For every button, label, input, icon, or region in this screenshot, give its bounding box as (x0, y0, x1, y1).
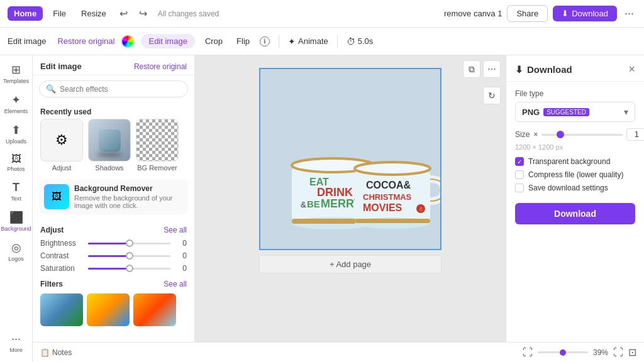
download-final-button[interactable]: Download (515, 203, 635, 224)
compress-row[interactable]: Compress file (lower quality) (515, 170, 635, 179)
brightness-label: Brightness (40, 239, 84, 248)
save-settings-row[interactable]: Save download settings (515, 184, 635, 192)
svg-text:COCOA&: COCOA& (366, 180, 411, 190)
filter-thumb-3[interactable] (133, 293, 176, 326)
color-picker[interactable] (121, 35, 135, 48)
contrast-row: Contrast 0 (33, 250, 194, 262)
notes-button[interactable]: 📋 Notes (40, 348, 72, 357)
animate-button[interactable]: ✦ Animate (288, 36, 328, 47)
zoom-track[interactable] (538, 351, 588, 353)
compress-checkbox[interactable] (515, 170, 524, 179)
save-settings-checkbox[interactable] (515, 184, 524, 192)
contrast-thumb[interactable] (126, 252, 133, 260)
shadows-thumb (88, 119, 131, 162)
sidebar-item-photos[interactable]: 🖼 Photos (3, 150, 30, 176)
checkmark-icon: ✓ (517, 158, 522, 165)
sidebar-item-text[interactable]: T Text (3, 177, 30, 206)
contrast-track[interactable] (88, 255, 170, 257)
edit-image-button[interactable]: Edit image (141, 34, 194, 48)
download-panel-header: ⬇ Download × (506, 55, 644, 82)
brightness-thumb[interactable] (126, 239, 133, 247)
more-icon: ··· (11, 332, 21, 346)
saturation-thumb[interactable] (126, 265, 133, 272)
photos-icon: 🖼 (11, 153, 21, 165)
effect-bg-remover[interactable]: BG Remover (136, 119, 179, 172)
transparent-bg-row[interactable]: ✓ Transparent background (515, 157, 635, 166)
effect-adjust[interactable]: ⚙ Adjust (40, 119, 83, 172)
undo-button[interactable]: ↩ (116, 6, 131, 21)
mug-svg: EAT DRINK & BE MERRY (260, 69, 441, 250)
see-all-filters[interactable]: See all (164, 280, 187, 288)
toolbar-separator (279, 35, 279, 48)
sidebar-item-templates[interactable]: ⊞ Templates (3, 59, 30, 88)
time-button[interactable]: ⏱ 5.0s (347, 36, 374, 47)
sidebar-item-logos[interactable]: ◎ Logos (3, 237, 30, 266)
notes-icon: 📋 (40, 348, 50, 357)
transparent-bg-checkbox[interactable]: ✓ (515, 157, 524, 166)
filter-thumb-2[interactable] (87, 293, 130, 326)
info-icon[interactable]: ℹ (260, 36, 270, 47)
uploads-icon: ⬆ (11, 123, 21, 137)
brightness-track[interactable] (88, 243, 170, 244)
saturation-track[interactable] (88, 268, 170, 270)
download-icon: ⬇ (562, 9, 569, 18)
bg-promo-emoji: 🖼 (52, 191, 62, 202)
suggested-badge: SUGGESTED (543, 108, 589, 116)
download-close-button[interactable]: × (628, 63, 635, 76)
crop-button[interactable]: Crop (201, 34, 226, 48)
redo-button[interactable]: ↪ (136, 6, 150, 21)
svg-text:&: & (301, 200, 306, 209)
file-type-chevron-icon[interactable]: ▾ (624, 107, 628, 117)
refresh-btn[interactable]: ↻ (483, 87, 501, 104)
bg-promo-icon: 🖼 (44, 184, 69, 209)
sidebar-item-background[interactable]: ⬛ Background (3, 207, 30, 236)
see-all-adjust[interactable]: See all (164, 226, 187, 234)
expand-button[interactable]: ⛶ (523, 347, 533, 358)
refresh-icon[interactable]: ↻ (483, 87, 501, 104)
resize-button[interactable]: Resize (76, 6, 111, 21)
notes-label: Notes (52, 348, 72, 357)
flip-button[interactable]: Flip (233, 34, 253, 48)
fullscreen-button[interactable]: ⛶ (613, 347, 623, 358)
home-button[interactable]: Home (8, 6, 43, 21)
sidebar-item-elements[interactable]: ✦ Elements (3, 89, 30, 118)
download-body: File type PNG SUGGESTED ▾ Size × ▲ ▼ (506, 82, 644, 232)
bg-promo[interactable]: 🖼 Background Remover Remove the backgrou… (39, 179, 188, 214)
restore-link[interactable]: Restore original (134, 62, 187, 71)
sidebar-item-more[interactable]: ··· More (3, 329, 30, 357)
filters-header: Filters See all (33, 275, 194, 291)
file-button[interactable]: File (48, 6, 71, 21)
saved-status: All changes saved (158, 9, 219, 18)
size-slider[interactable] (541, 134, 623, 136)
bg-thumb (136, 119, 179, 162)
topbar-right: remove canva 1 Share ⬇ Download ··· (444, 5, 636, 22)
share-button[interactable]: Share (507, 5, 548, 22)
file-type-name: PNG (522, 107, 540, 117)
more-canvas-btn[interactable]: ⋯ (483, 60, 501, 78)
adjust-label: Adjust (52, 164, 72, 172)
compress-label: Compress file (lower quality) (528, 170, 623, 179)
more-options-button[interactable]: ··· (622, 6, 636, 21)
search-input[interactable] (60, 85, 181, 94)
restore-original-link[interactable]: Restore original (57, 36, 114, 46)
saturation-value: 0 (174, 264, 187, 273)
effect-shadows[interactable]: Shadows (88, 119, 131, 172)
adjust-header: Adjust See all (33, 221, 194, 237)
sidebar-item-uploads[interactable]: ⬆ Uploads (3, 119, 30, 148)
file-type-row[interactable]: PNG SUGGESTED ▾ (515, 102, 635, 122)
add-page-button[interactable]: + Add page (259, 255, 441, 273)
background-icon: ⬛ (9, 211, 23, 224)
filter-thumb-1[interactable] (40, 293, 83, 326)
download-title-icon: ⬇ (515, 64, 523, 75)
background-label: Background (1, 226, 31, 232)
size-input[interactable] (626, 128, 644, 141)
copy-canvas-btn[interactable]: ⧉ (463, 60, 480, 78)
adjust-icon: ⚙ (55, 132, 68, 148)
fit-button[interactable]: ⊡ (628, 346, 636, 358)
size-dimensions: 1200 × 1200 px (515, 143, 635, 151)
elements-label: Elements (4, 108, 28, 114)
clock-icon: ⏱ (347, 36, 355, 47)
canvas-border[interactable]: EAT DRINK & BE MERRY (259, 68, 441, 250)
download-button[interactable]: ⬇ Download (553, 6, 617, 21)
animate-icon: ✦ (288, 36, 296, 47)
